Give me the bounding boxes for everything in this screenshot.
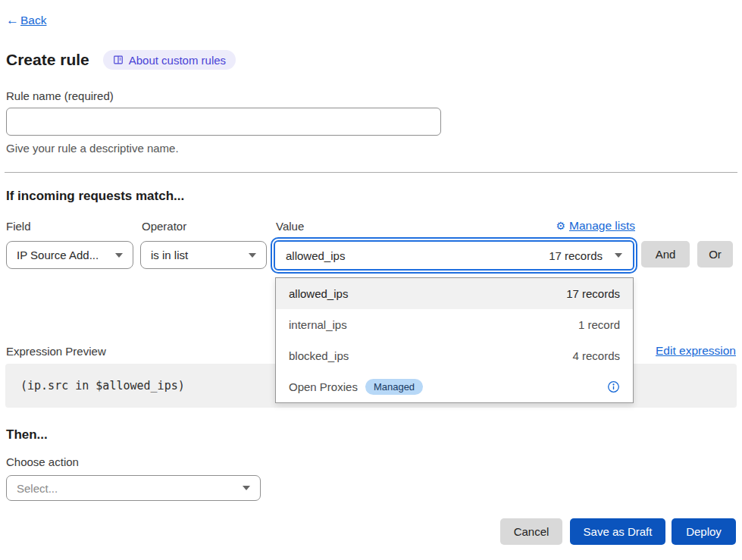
rule-name-helper: Give your rule a descriptive name. — [6, 142, 179, 155]
manage-lists-label: Manage lists — [569, 219, 635, 233]
action-select[interactable]: Select... — [6, 475, 261, 501]
manage-lists-link[interactable]: ⚙ Manage lists — [556, 219, 635, 233]
deploy-button[interactable]: Deploy — [672, 518, 736, 545]
value-label: Value — [276, 220, 304, 233]
back-arrow-icon: ← — [6, 13, 19, 28]
about-custom-rules-label: About custom rules — [129, 54, 226, 67]
managed-badge: Managed — [365, 379, 423, 395]
dropdown-option-blocked-ips[interactable]: blocked_ips 4 records — [276, 340, 633, 371]
option-records: 17 records — [566, 287, 620, 300]
value-select-name: allowed_ips — [286, 249, 345, 262]
back-link[interactable]: ← Back — [6, 13, 46, 28]
gear-icon: ⚙ — [556, 221, 565, 231]
edit-expression-label: Edit expression — [656, 344, 736, 357]
edit-expression-link[interactable]: Edit expression — [656, 344, 736, 358]
field-select-value: IP Source Add... — [17, 249, 99, 261]
field-select[interactable]: IP Source Add... — [6, 241, 133, 269]
then-section-heading: Then... — [6, 427, 48, 443]
chevron-down-icon — [115, 253, 123, 258]
option-records: 1 record — [578, 318, 620, 331]
expression-preview-label: Expression Preview — [6, 345, 106, 358]
section-divider — [5, 172, 737, 173]
dropdown-option-internal-ips[interactable]: internal_ips 1 record — [276, 309, 633, 340]
rule-name-input[interactable] — [6, 108, 441, 136]
rule-name-label: Rule name (required) — [6, 89, 114, 102]
page-title: Create rule — [6, 51, 89, 69]
operator-label: Operator — [142, 220, 186, 233]
list-dropdown-menu: allowed_ips 17 records internal_ips 1 re… — [275, 277, 634, 403]
chevron-down-icon — [243, 486, 250, 490]
cancel-button[interactable]: Cancel — [500, 518, 562, 545]
dropdown-option-open-proxies[interactable]: Open Proxies Managed — [276, 371, 633, 402]
and-button[interactable]: And — [641, 241, 690, 267]
option-records: 4 records — [572, 349, 620, 362]
or-button[interactable]: Or — [697, 241, 733, 267]
create-rule-page: ← Back Create rule About custom rules Ru… — [0, 0, 742, 560]
option-name: blocked_ips — [289, 349, 349, 362]
about-custom-rules-link[interactable]: About custom rules — [103, 50, 236, 70]
info-icon[interactable] — [607, 380, 620, 393]
chevron-down-icon — [615, 253, 622, 258]
back-label: Back — [20, 14, 46, 27]
choose-action-label: Choose action — [6, 455, 79, 468]
value-select-records: 17 records — [549, 249, 603, 262]
operator-select-value: is in list — [151, 249, 188, 261]
expression-code: (ip.src in $allowed_ips) — [20, 379, 185, 393]
title-row: Create rule About custom rules — [6, 50, 236, 70]
option-name: Open Proxies — [289, 380, 358, 393]
action-select-placeholder: Select... — [17, 482, 58, 495]
operator-select[interactable]: is in list — [140, 241, 267, 269]
field-label: Field — [6, 220, 31, 233]
match-section-heading: If incoming requests match... — [6, 189, 184, 204]
option-name: allowed_ips — [289, 287, 348, 300]
value-select[interactable]: allowed_ips 17 records — [274, 240, 634, 271]
save-as-draft-button[interactable]: Save as Draft — [570, 518, 665, 545]
chevron-down-icon — [249, 253, 256, 258]
dropdown-option-allowed-ips[interactable]: allowed_ips 17 records — [276, 278, 633, 309]
book-icon — [113, 55, 124, 65]
option-name: internal_ips — [289, 318, 347, 331]
